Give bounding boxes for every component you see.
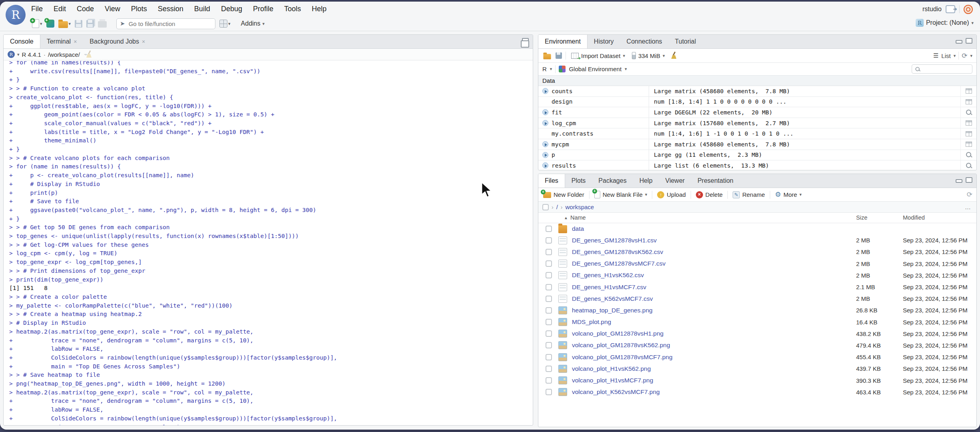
inspect-icon[interactable] [966, 109, 972, 116]
file-row[interactable]: DE_genes_H1vsMCF7.csv2.1 MBSep 23, 2024,… [538, 281, 976, 293]
menu-help[interactable]: Help [312, 5, 327, 13]
panes-icon[interactable] [522, 38, 529, 44]
file-checkbox[interactable] [546, 226, 552, 232]
file-row[interactable]: volcano_plot_GM12878vsK562.png479.4 KBSe… [538, 340, 976, 351]
file-row[interactable]: DE_genes_H1vsK562.csv2 MBSep 23, 2024, 1… [538, 270, 976, 281]
new-project-button[interactable]: + [46, 20, 54, 28]
maximize-icon[interactable] [966, 38, 972, 44]
file-name-link[interactable]: volcano_plot_GM12878vsH1.png [572, 330, 663, 337]
file-name-link[interactable]: volcano_plot_GM12878vsMCF7.png [572, 354, 673, 361]
menu-debug[interactable]: Debug [221, 5, 242, 13]
file-name-link[interactable]: DE_genes_H1vsMCF7.csv [572, 284, 646, 291]
sign-out-icon[interactable] [946, 5, 955, 13]
file-name-link[interactable]: DE_genes_GM12878vsMCF7.csv [572, 260, 665, 267]
file-row[interactable]: volcano_plot_GM12878vsH1.png438.2 KBSep … [538, 328, 976, 340]
file-checkbox[interactable] [546, 389, 552, 395]
inspect-icon[interactable] [966, 152, 972, 158]
expand-arrow-icon[interactable] [542, 109, 548, 115]
environment-row[interactable]: mycpmLarge matrix (458680 elements, 7.8 … [538, 139, 976, 150]
tab-tutorial[interactable]: Tutorial [669, 35, 703, 48]
expand-arrow-icon[interactable] [542, 152, 548, 158]
upload-button[interactable]: ↑Upload [655, 191, 687, 198]
menu-view[interactable]: View [105, 5, 120, 13]
file-row[interactable]: volcano_plot_GM12878vsMCF7.png455.4 KBSe… [538, 351, 976, 363]
maximize-icon[interactable] [966, 177, 972, 183]
menu-file[interactable]: File [31, 5, 43, 13]
breadcrumb-root[interactable]: / [556, 204, 558, 210]
tab-help[interactable]: Help [633, 174, 659, 188]
import-dataset-button[interactable]: Import Dataset ▾ [570, 52, 627, 59]
file-checkbox[interactable] [546, 296, 552, 302]
pane-layout-button[interactable]: ▾ [219, 20, 231, 28]
rename-button[interactable]: ✎Rename [731, 191, 767, 198]
list-view-label[interactable]: List [941, 52, 950, 59]
expand-arrow-icon[interactable] [542, 88, 548, 94]
goto-file-function-box[interactable]: ➤ [116, 18, 215, 29]
tab-presentation[interactable]: Presentation [691, 174, 740, 188]
tab-packages[interactable]: Packages [592, 174, 633, 188]
close-icon[interactable]: × [142, 38, 145, 45]
view-table-icon[interactable] [966, 88, 972, 94]
menu-code[interactable]: Code [77, 5, 94, 13]
column-header-modified[interactable]: Modified [903, 214, 925, 221]
environment-row[interactable]: my.contrastsnum [1:4, 1:6] 1 -1 0 0 1 0 … [538, 128, 976, 139]
file-checkbox[interactable] [546, 307, 552, 314]
tab-environment[interactable]: Environment [538, 35, 588, 48]
minimize-icon[interactable] [956, 179, 962, 183]
file-name-link[interactable]: DE_genes_H1vsK562.csv [572, 272, 644, 279]
minimize-icon[interactable] [956, 40, 962, 44]
tab-viewer[interactable]: Viewer [659, 174, 691, 188]
expand-arrow-icon[interactable] [542, 120, 548, 126]
file-row[interactable]: DE_genes_GM12878vsMCF7.csv2 MBSep 23, 20… [538, 258, 976, 270]
language-selector[interactable]: R [542, 66, 547, 72]
refresh-icon[interactable]: ⟳ [967, 190, 972, 199]
expand-arrow-icon[interactable] [542, 162, 548, 168]
environment-row[interactable]: pLarge gg (11 elements, 2.3 MB) [538, 150, 976, 161]
column-header-name[interactable]: ▲ Name [564, 214, 586, 221]
new-folder-button[interactable]: +New Folder [542, 191, 586, 198]
load-workspace-icon[interactable] [543, 54, 551, 59]
file-checkbox[interactable] [546, 319, 552, 325]
environment-row[interactable]: log_cpmLarge matrix (157680 elements, 2.… [538, 118, 976, 129]
view-table-icon[interactable] [966, 142, 972, 147]
file-row[interactable]: data [538, 223, 976, 234]
file-row[interactable]: DE_genes_GM12878vsH1.csv2 MBSep 23, 2024… [538, 234, 976, 246]
chevron-down-icon[interactable]: ▾ [17, 52, 20, 57]
addins-button[interactable]: Addins ▾ [241, 20, 265, 27]
menu-build[interactable]: Build [194, 5, 210, 13]
clear-objects-icon[interactable] [670, 52, 678, 60]
tab-terminal[interactable]: Terminal× [40, 35, 84, 48]
menu-edit[interactable]: Edit [54, 5, 66, 13]
file-checkbox[interactable] [546, 366, 552, 372]
view-table-icon[interactable] [966, 99, 972, 104]
view-table-icon[interactable] [966, 120, 972, 126]
environment-row[interactable]: fitLarge DGEGLM (22 elements, 20 MB) [538, 107, 976, 118]
select-all-checkbox[interactable] [542, 204, 549, 210]
view-table-icon[interactable] [966, 131, 972, 136]
file-row[interactable]: DE_genes_GM12878vsK562.csv2 MBSep 23, 20… [538, 246, 976, 258]
clear-console-icon[interactable] [85, 50, 93, 58]
new-file-button[interactable]: + ▾ [32, 19, 42, 28]
environment-search-input[interactable] [923, 66, 967, 72]
inspect-icon[interactable] [966, 162, 972, 169]
breadcrumb-more-button[interactable]: … [965, 204, 972, 210]
file-name-link[interactable]: DE_genes_K562vsMCF7.csv [572, 295, 653, 302]
menu-plots[interactable]: Plots [131, 5, 147, 13]
refresh-icon[interactable]: ⟳ [962, 52, 967, 60]
memory-usage-button[interactable]: 334 MiB ▾ [630, 52, 667, 59]
environment-row[interactable]: countsLarge matrix (458680 elements, 7.8… [538, 86, 976, 97]
file-row[interactable]: DE_genes_K562vsMCF7.csv2 MBSep 23, 2024,… [538, 293, 976, 304]
open-file-button[interactable]: ▾ [58, 20, 71, 28]
global-environment-selector[interactable]: Global Environment [569, 66, 621, 72]
file-checkbox[interactable] [546, 354, 552, 360]
new-blank-file-button[interactable]: +New Blank File▾ [593, 191, 649, 198]
save-all-icon[interactable] [86, 20, 94, 28]
file-name-link[interactable]: MDS_plot.png [572, 318, 611, 326]
quit-session-icon[interactable] [964, 5, 973, 14]
file-name-link[interactable]: data [572, 225, 584, 232]
save-icon[interactable] [75, 20, 82, 28]
file-checkbox[interactable] [546, 237, 552, 244]
delete-button[interactable]: ×Delete [694, 191, 724, 198]
tab-plots[interactable]: Plots [565, 174, 592, 188]
file-name-link[interactable]: volcano_plot_GM12878vsK562.png [572, 342, 670, 349]
